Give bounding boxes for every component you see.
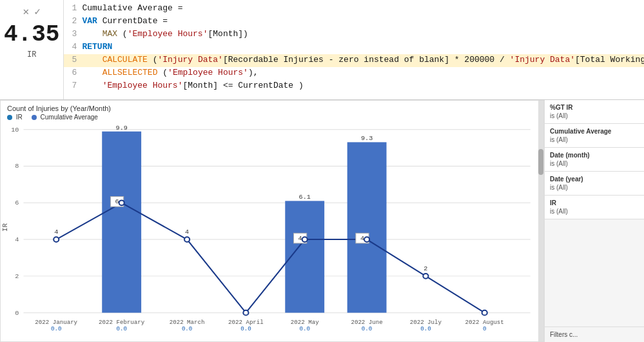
line-label-may: 4 — [298, 235, 302, 242]
formula-line-4: 4 RETURN — [64, 41, 644, 54]
xlabel-may: 2022 May — [291, 319, 319, 326]
formula-line-2: 2 VAR CurrentDate = — [64, 15, 644, 28]
formula-line-1: 1 Cumulative Average = — [64, 3, 644, 15]
xlabel-jul-cum: 0.0 — [420, 326, 431, 332]
chart-scrollbar[interactable] — [538, 101, 543, 341]
measure-value: 4.35 — [4, 23, 59, 46]
formula-bar: ✕ ✓ 4.35 IR 1 Cumulative Average = 2 VAR… — [0, 0, 644, 100]
formula-icons-panel: ✕ ✓ 4.35 IR — [0, 0, 64, 99]
xlabel-jan: 2022 January — [35, 319, 77, 326]
line-dot-feb — [119, 200, 124, 205]
sidebar-filter-cumavg: Cumulative Average is (All) — [545, 124, 644, 148]
bar-june — [347, 142, 387, 312]
legend-cumavg-label: Cumulative Average — [41, 114, 98, 121]
line-code: VAR CurrentDate = — [82, 16, 168, 26]
xlabel-aug-cum: 0 — [483, 326, 486, 332]
ytick-2: 2 — [15, 273, 19, 280]
sidebar-filters: %GT IR is (All) Cumulative Average is (A… — [544, 100, 644, 342]
formula-line-6: 6 ALLSELECTED ('Employee Hours'), — [64, 67, 644, 80]
legend-cumavg-dot — [32, 115, 37, 120]
ytick-4: 4 — [15, 236, 19, 243]
formula-line-7: 7 'Employee Hours'[Month] <= CurrentDate… — [64, 80, 644, 93]
line-number: 6 — [64, 68, 82, 77]
filter-title-date-month: Date (month) — [550, 152, 639, 159]
chart-title: Count of Injuries by (Year/Month) — [1, 101, 543, 114]
line-dot-jan — [54, 237, 59, 242]
xlabel-jan-cum: 0.0 — [51, 326, 61, 332]
formula-line-3: 3 MAX ('Employee Hours'[Month]) — [64, 28, 644, 41]
line-code: 'Employee Hours'[Month] <= CurrentDate ) — [82, 81, 303, 90]
line-number: 2 — [64, 16, 82, 26]
filter-value-pct-gt-ir: is (All) — [550, 112, 639, 119]
line-code: Cumulative Average = — [82, 3, 182, 13]
xlabel-aug: 2022 August — [465, 319, 504, 326]
line-dot-jul — [423, 274, 428, 279]
filter-title-cumavg: Cumulative Average — [550, 128, 639, 135]
xlabel-feb-cum: 0.0 — [116, 326, 126, 332]
line-dot-jun — [364, 237, 369, 242]
filter-title-pct-gt-ir: %GT IR — [550, 104, 639, 111]
xlabel-jul: 2022 July — [410, 319, 442, 326]
legend-ir-label: IR — [16, 114, 23, 121]
bar-february — [102, 132, 141, 313]
line-dot-may — [302, 237, 307, 242]
filter-value-date-year: is (All) — [550, 184, 639, 191]
chart-container: IR 0 2 4 6 8 10 — [1, 123, 543, 332]
chart-svg: IR 0 2 4 6 8 10 — [1, 123, 543, 332]
line-number: 5 — [64, 55, 82, 65]
xlabel-jun-cum: 0.0 — [362, 326, 372, 332]
chart-panel: Count of Injuries by (Year/Month) IR Cum… — [0, 100, 544, 342]
xlabel-jun: 2022 June — [351, 319, 382, 326]
line-number: 1 — [64, 3, 82, 13]
xlabel-mar: 2022 March — [170, 319, 205, 326]
sidebar-filter-pct-gt-ir: %GT IR is (All) — [545, 100, 644, 124]
sidebar-filter-date-month: Date (month) is (All) — [545, 148, 644, 172]
measure-label: IR — [27, 50, 36, 59]
main-area: Count of Injuries by (Year/Month) IR Cum… — [0, 100, 644, 342]
y-axis-label: IR — [1, 223, 9, 232]
filter-value-cumavg: is (All) — [550, 136, 639, 143]
confirm-icon[interactable]: ✓ — [34, 5, 41, 18]
bar-may-label: 6.1 — [299, 194, 311, 201]
line-code: CALCULATE ('Injury Data'[Recordable Inju… — [82, 55, 644, 65]
legend-ir-dot — [7, 115, 12, 120]
ytick-8: 8 — [15, 163, 19, 170]
sidebar-filter-date-year: Date (year) is (All) — [545, 172, 644, 196]
xlabel-apr: 2022 April — [228, 319, 264, 326]
line-label-mar: 4 — [185, 228, 189, 236]
xlabel-mar-cum: 0.0 — [182, 326, 192, 332]
filter-value-ir: is (All) — [550, 208, 639, 215]
line-label-jun: 4 — [360, 235, 364, 242]
chart-legend: IR Cumulative Average — [1, 114, 543, 123]
ytick-0: 0 — [15, 310, 19, 317]
line-label-jul: 2 — [424, 265, 427, 272]
xlabel-may-cum: 0.0 — [300, 326, 310, 332]
filter-title-date-year: Date (year) — [550, 176, 639, 183]
filter-title-ir: IR — [550, 199, 639, 206]
close-icon[interactable]: ✕ — [23, 5, 30, 18]
line-code: RETURN — [82, 42, 112, 52]
bar-june-label: 9.3 — [361, 136, 373, 143]
legend-ir: IR — [7, 114, 23, 121]
line-label-feb: 6 — [115, 198, 119, 205]
sidebar-bottom-label: Filters c... — [545, 327, 644, 342]
xlabel-apr-cum: 0.0 — [240, 326, 251, 332]
line-number: 4 — [64, 42, 82, 52]
line-dot-aug — [482, 310, 487, 316]
bar-february-label: 9.9 — [116, 125, 128, 132]
line-code: MAX ('Employee Hours'[Month]) — [82, 29, 248, 39]
ytick-10: 10 — [11, 126, 19, 134]
line-number: 7 — [64, 81, 82, 90]
filter-value-date-month: is (All) — [550, 160, 639, 167]
formula-editor[interactable]: 1 Cumulative Average = 2 VAR CurrentDate… — [64, 0, 644, 99]
xlabel-feb: 2022 February — [99, 319, 145, 326]
legend-cumavg: Cumulative Average — [32, 114, 98, 121]
formula-line-5: 5 CALCULATE ('Injury Data'[Recordable In… — [64, 54, 644, 67]
sidebar-filter-ir: IR is (All) — [545, 196, 644, 219]
line-code: ALLSELECTED ('Employee Hours'), — [82, 68, 258, 77]
line-dot-apr — [243, 310, 248, 316]
chart-scrollbar-thumb[interactable] — [538, 149, 543, 175]
line-number: 3 — [64, 29, 82, 39]
line-label-jan: 4 — [54, 228, 58, 236]
line-dot-mar — [184, 237, 190, 242]
